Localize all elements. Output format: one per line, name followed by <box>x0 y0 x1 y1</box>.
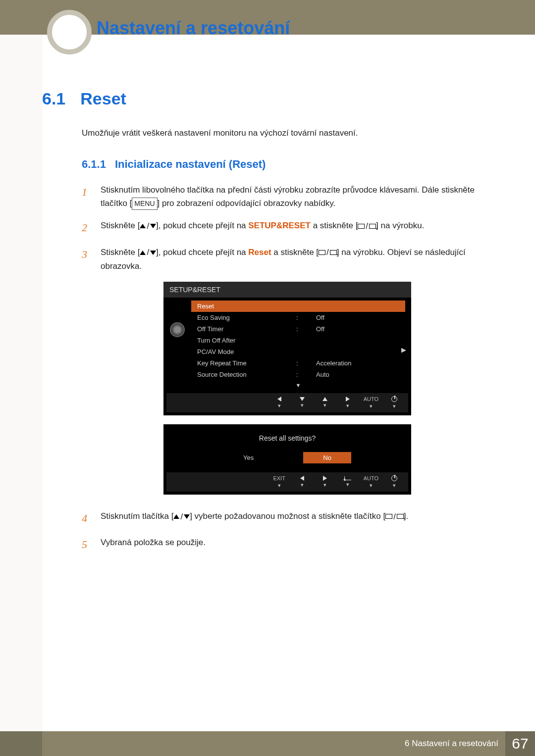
gear-icon <box>170 322 185 337</box>
chapter-badge <box>47 10 92 54</box>
osd-power-icon: ▾ <box>387 475 401 489</box>
osd-row-sourcedetect: Source Detection:Auto <box>191 369 405 380</box>
subsection-title: Inicializace nastavení (Reset) <box>115 158 266 171</box>
osd-auto-label: AUTO▾ <box>364 475 378 489</box>
osd-enter-icon: ▾ <box>341 476 355 488</box>
highlight-setupreset: SETUP&RESET <box>248 221 311 230</box>
steps-list: 1 Stisknutím libovolného tlačítka na pře… <box>82 183 493 273</box>
footer-bar: 6 Nastavení a resetování 67 <box>0 731 535 756</box>
step-text: Stiskněte [ / ], pokud chcete přejít na … <box>101 219 493 236</box>
section-title: Reset <box>80 89 126 108</box>
step-number: 1 <box>82 183 91 210</box>
step-text: Stiskněte [ / ], pokud chcete přejít na … <box>101 246 493 273</box>
up-down-icon: / <box>140 219 156 233</box>
section-heading: 6.1 Reset <box>42 89 493 108</box>
select-enter-icon: / <box>358 219 376 233</box>
step-number: 3 <box>82 246 91 273</box>
subsection-number: 6.1.1 <box>82 158 106 171</box>
step-4: 4 Stisknutím tlačítka [ / ] vyberte poža… <box>82 509 493 527</box>
osd-title: SETUP&RESET <box>163 282 411 298</box>
osd-confirm-button-bar: EXIT▾ ▾ ▾ ▾ AUTO▾ ▾ <box>166 472 408 492</box>
section-number: 6.1 <box>42 89 65 108</box>
osd-button-bar: ▾ ▾ ▾ ▾ AUTO▾ ▾ <box>166 393 408 412</box>
up-down-icon: / <box>140 246 156 259</box>
osd-row-keyrepeat: Key Repeat Time:Acceleration <box>191 357 405 369</box>
footer-left-block <box>0 731 42 756</box>
highlight-reset: Reset <box>248 248 271 257</box>
up-down-icon: / <box>173 510 190 523</box>
step-text: Stisknutím libovolného tlačítka na předn… <box>101 183 493 210</box>
osd-figures: SETUP&RESET Reset Eco Saving:Off Off Tim… <box>82 282 493 495</box>
osd-nav-up-icon: ▾ <box>318 397 332 408</box>
footer-page-number: 67 <box>505 731 535 756</box>
osd-setup-reset: SETUP&RESET Reset Eco Saving:Off Off Tim… <box>163 282 411 415</box>
osd-row-eco: Eco Saving:Off <box>191 312 405 323</box>
step-text: Vybraná položka se použije. <box>101 536 493 553</box>
content: 6.1 Reset Umožňuje vrátit veškerá nastav… <box>42 89 493 562</box>
osd-power-icon: ▾ <box>387 396 401 409</box>
osd-row-reset: Reset <box>191 301 405 312</box>
osd-option-no: No <box>303 452 351 463</box>
osd-confirm-dialog: Reset all settings? Yes No EXIT▾ ▾ ▾ ▾ A… <box>163 424 411 495</box>
osd-nav-right-icon: ▾ <box>318 476 332 488</box>
osd-row-turnoffafter: Turn Off After <box>191 335 405 346</box>
osd-option-yes: Yes <box>223 452 273 463</box>
step-1: 1 Stisknutím libovolného tlačítka na pře… <box>82 183 493 210</box>
osd-confirm-options: Yes No <box>163 452 411 463</box>
step-number: 5 <box>82 536 91 553</box>
intro-text: Umožňuje vrátit veškerá nastavení monito… <box>82 128 493 138</box>
osd-scroll-down-icon: ▼ <box>191 380 405 388</box>
osd-row-offtimer: Off Timer:Off <box>191 323 405 335</box>
step-5: 5 Vybraná položka se použije. <box>82 536 493 553</box>
chapter-title: Nastavení a resetování <box>97 18 290 39</box>
osd-confirm-question: Reset all settings? <box>163 434 411 442</box>
osd-submenu-arrow-icon: ▶ <box>401 346 406 353</box>
osd-menu-list: Reset Eco Saving:Off Off Timer:Off Turn … <box>191 298 411 391</box>
osd-auto-label: AUTO▾ <box>364 396 378 409</box>
osd-icon-column <box>163 298 191 391</box>
step-number: 4 <box>82 509 91 527</box>
osd-nav-left-icon: ▾ <box>295 476 309 488</box>
step-text: Stisknutím tlačítka [ / ] vyberte požado… <box>101 509 493 527</box>
osd-nav-left-icon: ▾ <box>272 397 286 409</box>
step-number: 2 <box>82 219 91 236</box>
menu-key-icon: MENU <box>132 198 157 209</box>
osd-nav-right-icon: ▾ <box>341 397 355 409</box>
step-3: 3 Stiskněte [ / ], pokud chcete přejít n… <box>82 246 493 273</box>
select-enter-icon: / <box>385 510 404 523</box>
step-2: 2 Stiskněte [ / ], pokud chcete přejít n… <box>82 219 493 236</box>
osd-nav-down-icon: ▾ <box>295 397 309 408</box>
left-gutter <box>0 35 42 731</box>
osd-exit-label: EXIT▾ <box>272 475 286 489</box>
footer-chapter-label: 6 Nastavení a resetování <box>405 739 498 749</box>
steps-list-continued: 4 Stisknutím tlačítka [ / ] vyberte poža… <box>82 509 493 553</box>
subsection-heading: 6.1.1 Inicializace nastavení (Reset) <box>82 158 493 171</box>
select-enter-icon: / <box>319 246 337 259</box>
osd-row-pcav: PC/AV Mode <box>191 346 405 357</box>
